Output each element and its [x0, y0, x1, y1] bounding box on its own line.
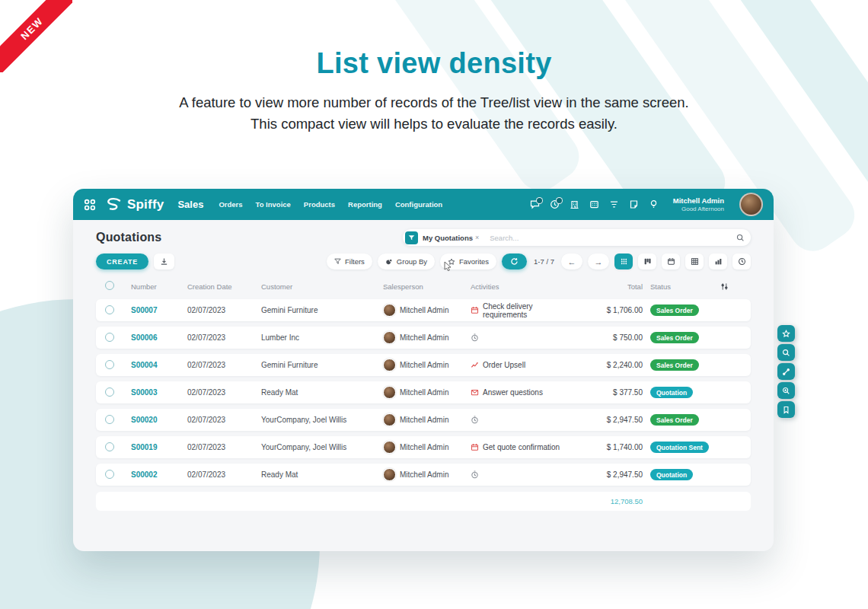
table-row[interactable]: S00004 02/07/2023 Gemini Furniture Mitch… — [96, 354, 751, 376]
facet-remove-icon[interactable]: × — [475, 234, 479, 241]
total-amount: $ 750.00 — [566, 333, 650, 342]
create-button[interactable]: CREATE — [96, 253, 148, 269]
refresh-icon — [510, 257, 519, 266]
side-button-dock — [777, 325, 795, 418]
activity-label[interactable]: Get quote confirmation — [483, 443, 560, 451]
activity-calendar-icon[interactable] — [471, 306, 479, 314]
nav-menu-products[interactable]: Products — [304, 200, 335, 209]
table-row[interactable]: S00002 02/07/2023 Ready Mat Mitchell Adm… — [96, 464, 751, 486]
row-checkbox[interactable] — [105, 305, 114, 314]
refresh-button[interactable] — [502, 253, 527, 269]
activity-clock-icon[interactable] — [471, 333, 479, 342]
col-header-number[interactable]: Number — [131, 282, 187, 291]
filters-button[interactable]: Filters — [327, 253, 372, 269]
apps-grid-icon[interactable] — [84, 199, 96, 211]
activity-label[interactable]: Order Upsell — [483, 361, 525, 369]
group-by-button[interactable]: Group By — [378, 253, 435, 269]
activity-clock-icon[interactable] — [550, 199, 560, 209]
quotation-number[interactable]: S00006 — [131, 333, 187, 342]
quotation-number[interactable]: S00007 — [131, 306, 187, 314]
app-window: Spiffy Sales OrdersTo InvoiceProductsRep… — [73, 189, 774, 551]
nav-menu-reporting[interactable]: Reporting — [348, 200, 382, 209]
module-name[interactable]: Sales — [177, 199, 203, 210]
activity-label[interactable]: Answer questions — [483, 388, 543, 397]
quotation-number[interactable]: S00004 — [131, 361, 187, 369]
table-row[interactable]: S00007 02/07/2023 Gemini Furniture Mitch… — [96, 299, 751, 321]
row-checkbox[interactable] — [105, 442, 114, 451]
activity-clock-icon[interactable] — [471, 470, 479, 479]
salesperson-avatar — [383, 359, 396, 371]
activity-upsell-icon[interactable] — [471, 361, 479, 369]
expand-button[interactable] — [777, 363, 795, 380]
col-header-customer[interactable]: Customer — [261, 282, 383, 291]
activity-label[interactable]: Check delivery requirements — [483, 302, 566, 319]
quotation-number[interactable]: S00020 — [131, 416, 187, 424]
nav-menu-orders[interactable]: Orders — [219, 200, 242, 209]
filter-lines-icon[interactable] — [609, 199, 619, 209]
table-row[interactable]: S00019 02/07/2023 YourCompany, Joel Will… — [96, 436, 751, 458]
table-row[interactable]: S00003 02/07/2023 Ready Mat Mitchell Adm… — [96, 381, 751, 403]
total-amount: $ 377.50 — [566, 388, 650, 397]
user-name: Mitchell Admin — [673, 196, 724, 205]
building-icon[interactable] — [570, 199, 579, 209]
optional-columns-icon[interactable] — [720, 282, 742, 291]
search-bar[interactable]: My Quotations × — [403, 229, 751, 246]
row-checkbox[interactable] — [105, 360, 114, 369]
pager-prev-icon[interactable]: ← — [561, 253, 582, 269]
view-activity-button[interactable] — [732, 253, 751, 269]
zoom-button[interactable] — [777, 382, 795, 399]
total-amount: $ 2,947.50 — [566, 416, 650, 424]
search-icon[interactable] — [736, 234, 745, 242]
page: NEW List view density A feature to view … — [0, 0, 868, 609]
bulb-icon[interactable] — [649, 199, 659, 209]
activity-clock-icon[interactable] — [471, 416, 479, 424]
col-header-total[interactable]: Total — [566, 282, 650, 291]
search-facet[interactable]: My Quotations — [423, 234, 473, 242]
row-checkbox[interactable] — [105, 387, 114, 397]
view-list-button[interactable] — [614, 253, 633, 269]
table-row[interactable]: S00020 02/07/2023 YourCompany, Joel Will… — [96, 409, 751, 431]
col-header-salesperson[interactable]: Salesperson — [383, 282, 471, 291]
page-heading: List view density — [0, 47, 868, 80]
view-kanban-button[interactable] — [638, 253, 656, 269]
search-input[interactable] — [488, 233, 736, 243]
col-header-activities[interactable]: Activities — [471, 282, 566, 291]
col-header-creation-date[interactable]: Creation Date — [187, 282, 261, 291]
bookmark-button[interactable] — [777, 401, 795, 418]
row-checkbox[interactable] — [105, 333, 114, 342]
table-body: S00007 02/07/2023 Gemini Furniture Mitch… — [96, 299, 751, 486]
row-checkbox[interactable] — [105, 415, 114, 424]
quick-search-button[interactable] — [777, 344, 795, 361]
activity-calendar-icon[interactable] — [471, 443, 479, 451]
activity-email-icon[interactable] — [471, 388, 479, 397]
quotation-number[interactable]: S00002 — [131, 470, 187, 479]
keypad-icon[interactable] — [589, 199, 599, 209]
customer-name: YourCompany, Joel Willis — [261, 443, 383, 451]
user-menu[interactable]: Mitchell Admin Good Afternoon — [673, 196, 724, 213]
view-pivot-button[interactable] — [685, 253, 704, 269]
nav-menu-configuration[interactable]: Configuration — [395, 200, 442, 209]
creation-date: 02/07/2023 — [187, 388, 261, 397]
total-amount: $ 1,706.00 — [566, 306, 650, 314]
quotation-number[interactable]: S00003 — [131, 388, 187, 397]
quotation-number[interactable]: S00019 — [131, 443, 187, 451]
new-ribbon: NEW — [0, 0, 72, 72]
view-graph-button[interactable] — [709, 253, 727, 269]
nav-menu-to-invoice[interactable]: To Invoice — [256, 200, 291, 209]
select-all-checkbox[interactable] — [105, 281, 114, 290]
export-download-button[interactable] — [154, 253, 174, 269]
list-title: Quotations — [96, 231, 161, 244]
table-header: Number Creation Date Customer Salesperso… — [96, 279, 751, 294]
favorite-star-button[interactable] — [777, 325, 795, 342]
pager-next-icon[interactable]: → — [588, 253, 609, 269]
note-icon[interactable] — [629, 199, 639, 209]
chat-icon[interactable] — [530, 199, 540, 209]
filters-label: Filters — [345, 257, 365, 266]
list-view-icon — [620, 257, 628, 266]
row-checkbox[interactable] — [105, 470, 114, 479]
user-avatar[interactable] — [739, 193, 763, 216]
view-calendar-button[interactable] — [662, 253, 680, 269]
col-header-status[interactable]: Status — [650, 282, 720, 291]
spiffy-logo[interactable]: Spiffy — [104, 197, 164, 212]
table-row[interactable]: S00006 02/07/2023 Lumber Inc Mitchell Ad… — [96, 327, 751, 349]
